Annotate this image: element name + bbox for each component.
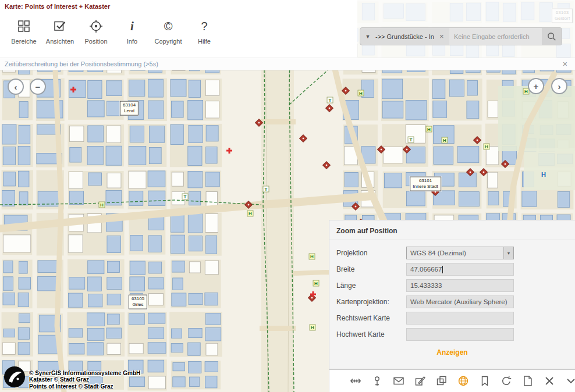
close-icon[interactable]: × — [560, 59, 570, 69]
text-cursor — [442, 266, 443, 273]
titlebar: Karte: Points of Interest + Kataster — [0, 0, 357, 13]
toolbar-button-position[interactable]: Position — [78, 16, 114, 45]
svg-text:H: H — [310, 254, 314, 259]
svg-text:H: H — [311, 325, 314, 330]
field-label: Kartenprojektion: — [336, 298, 406, 306]
copyright-icon: © — [161, 19, 176, 36]
edit-icon[interactable] — [414, 375, 427, 387]
row-hochwert: Hochwert Karte — [329, 326, 575, 343]
anzeigen-button[interactable]: Anzeigen — [329, 348, 575, 357]
globe-icon[interactable] — [457, 375, 470, 387]
field-label: Breite — [336, 265, 406, 273]
longitude-field[interactable]: 15.433333 — [406, 279, 514, 292]
toolbar-button-hilfe[interactable]: ? Hilfe — [186, 16, 222, 45]
toolbar-label: Bereiche — [11, 38, 36, 45]
easting-field — [406, 312, 514, 325]
toolbar-button-ansichten[interactable]: Ansichten — [42, 16, 78, 45]
attribution: © SynerGIS Informationssysteme GmbH Kata… — [3, 366, 140, 390]
svg-text:H: H — [359, 91, 363, 96]
undo-icon[interactable] — [500, 375, 513, 387]
app-window: HHHHHHHTHTTHHHTH 63104 Lend 63101 Innere… — [0, 0, 575, 392]
field-label: Rechtswert Karte — [336, 314, 406, 322]
chevron-down-icon[interactable]: ▼ — [360, 34, 375, 40]
field-label: Länge — [336, 281, 406, 290]
svg-text:T: T — [184, 194, 187, 199]
chevron-down-icon[interactable]: ▼ — [503, 247, 513, 259]
svg-text:H: H — [100, 202, 104, 208]
district-name: Gries — [132, 302, 144, 308]
panel-title: Zoom auf Position — [329, 220, 575, 240]
search-input[interactable] — [449, 28, 542, 45]
synergis-logo — [3, 366, 26, 390]
pan-right-button[interactable]: › — [551, 78, 567, 94]
field-label: Hochwert Karte — [336, 330, 406, 338]
field-value: 47.066667 — [410, 266, 442, 273]
info-icon: i — [125, 19, 140, 36]
zoom-in-button[interactable]: + — [528, 78, 544, 94]
svg-text:?: ? — [201, 20, 207, 33]
close-icon[interactable] — [543, 375, 556, 387]
notification-bar: Zeitüberschreitung bei der Positionsbest… — [0, 58, 575, 70]
row-rechtswert: Rechtswert Karte — [329, 310, 575, 326]
grid-icon — [16, 19, 31, 36]
district-code: 63101 — [413, 178, 438, 184]
district-name: Innere Stadt — [413, 184, 438, 190]
main-toolbar: Bereiche Ansichten Position i — [0, 13, 357, 45]
selected-value: WGS 84 (Dezimal) — [410, 250, 466, 256]
mail-icon[interactable] — [392, 375, 405, 387]
search-bar: ▼ ->> Grundstücke - In × — [360, 27, 562, 45]
district-code: 63104 — [123, 102, 136, 108]
bottom-toolbar — [329, 369, 575, 392]
notification-text: Zeitüberschreitung bei der Positionsbest… — [5, 60, 158, 67]
svg-text:i: i — [130, 19, 134, 33]
magnifier-icon[interactable] — [542, 28, 562, 45]
toolbar-button-info[interactable]: i Info — [114, 16, 150, 45]
row-laenge: Länge 15.433333 — [329, 277, 575, 294]
district-name: Lend — [123, 108, 136, 114]
field-label: Projektion — [336, 249, 406, 257]
svg-text:T: T — [329, 98, 332, 103]
page-icon[interactable] — [521, 375, 534, 387]
copy-icon[interactable] — [435, 375, 448, 387]
district-label-innere-stadt: 63101 Innere Stadt — [410, 177, 441, 191]
views-icon — [52, 19, 68, 36]
page-title: Karte: Points of Interest + Kataster — [5, 3, 110, 10]
svg-text:H: H — [427, 127, 431, 132]
toolbar-button-bereiche[interactable]: Bereiche — [6, 16, 42, 45]
zoom-out-button[interactable]: − — [30, 79, 46, 95]
toolbar-button-copyright[interactable]: © Copyright — [150, 16, 186, 45]
clear-search-icon[interactable]: × — [434, 32, 449, 41]
header: Karte: Points of Interest + Kataster Ber… — [0, 0, 575, 58]
measure-icon[interactable] — [349, 375, 362, 387]
toolbar-label: Ansichten — [46, 38, 74, 45]
svg-text:©: © — [164, 20, 173, 33]
svg-text:T: T — [265, 187, 268, 192]
attribution-line: © SynerGIS Informationssysteme GmbH — [29, 370, 140, 377]
northing-field — [406, 328, 514, 341]
field-value: 15.433333 — [410, 282, 442, 289]
projection-select[interactable]: WGS 84 (Dezimal) ▼ — [406, 247, 514, 259]
map-projection-field: Web Mercator (Auxiliary Sphere) — [406, 295, 514, 308]
district-label-gries: 63105 Gries — [129, 295, 147, 309]
latitude-field[interactable]: 47.066667 — [406, 263, 514, 276]
help-icon: ? — [197, 19, 212, 36]
pan-left-button[interactable]: ‹ — [8, 79, 24, 95]
row-breite: Breite 47.066667 — [329, 261, 575, 277]
target-icon — [88, 19, 104, 36]
header-right: ▼ ->> Grundstücke - In × — [357, 0, 575, 58]
svg-text:H: H — [249, 211, 252, 216]
svg-text:T: T — [410, 137, 413, 142]
bookmark-icon[interactable] — [478, 375, 491, 387]
row-kartenprojektion: Kartenprojektion: Web Mercator (Auxiliar… — [329, 294, 575, 310]
zoom-position-panel: Zoom auf Position Projektion WGS 84 (Dez… — [329, 220, 575, 369]
svg-text:H: H — [443, 138, 446, 143]
svg-text:H: H — [524, 89, 528, 94]
search-category-select[interactable]: ->> Grundstücke - In — [375, 33, 434, 40]
svg-text:H: H — [314, 281, 318, 286]
collapse-icon[interactable] — [565, 375, 575, 387]
pin-icon[interactable] — [371, 375, 384, 387]
district-label-lend: 63104 Lend — [120, 101, 139, 116]
header-left: Karte: Points of Interest + Kataster Ber… — [0, 0, 357, 58]
svg-text:H: H — [485, 144, 488, 149]
attribution-line: Points of Interest © Stadt Graz — [29, 383, 140, 390]
